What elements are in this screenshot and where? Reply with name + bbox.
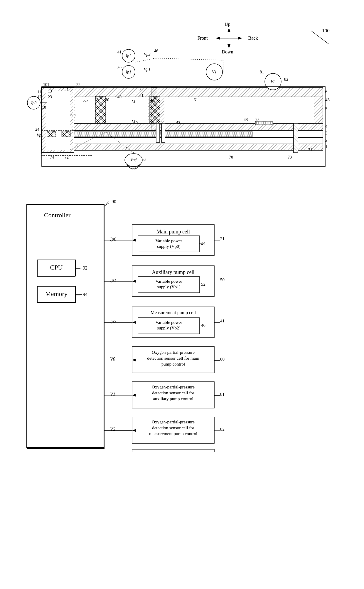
svg-text:21: 21 [65, 87, 69, 92]
svg-text:Oxygen-partial-pressure: Oxygen-partial-pressure [152, 420, 195, 424]
svg-text:43: 43 [325, 97, 330, 102]
svg-rect-37 [45, 91, 70, 150]
svg-text:V1: V1 [110, 392, 115, 397]
svg-rect-100 [47, 131, 56, 137]
svg-rect-19 [41, 137, 323, 144]
svg-line-187 [104, 203, 109, 206]
svg-text:81: 81 [220, 392, 225, 397]
svg-text:1: 1 [325, 144, 328, 149]
svg-text:22b: 22b [70, 112, 76, 117]
svg-text:Variable power: Variable power [155, 320, 182, 325]
svg-text:Vp0: Vp0 [37, 133, 43, 137]
svg-text:101: 101 [43, 83, 49, 87]
svg-rect-18 [41, 144, 323, 150]
svg-text:Memory: Memory [45, 290, 68, 297]
svg-text:4: 4 [325, 124, 328, 129]
svg-text:Vref: Vref [131, 157, 137, 162]
svg-text:Measurement pump cell: Measurement pump cell [151, 310, 196, 315]
svg-text:80: 80 [220, 357, 225, 361]
svg-text:Oxygen-partial-pressure: Oxygen-partial-pressure [152, 350, 195, 355]
svg-text:Controller: Controller [44, 211, 71, 219]
svg-text:52: 52 [139, 87, 144, 92]
svg-text:92: 92 [83, 265, 87, 270]
svg-text:51b: 51b [132, 120, 138, 124]
svg-text:40: 40 [117, 95, 122, 99]
svg-rect-170 [132, 449, 214, 452]
svg-text:74: 74 [50, 155, 54, 159]
svg-text:46: 46 [201, 323, 206, 328]
svg-text:Ip0: Ip0 [31, 101, 37, 105]
svg-rect-22 [41, 123, 323, 131]
svg-text:5: 5 [325, 106, 328, 111]
svg-text:83: 83 [142, 157, 146, 162]
svg-text:Variable power: Variable power [155, 279, 182, 284]
svg-text:measurement pump control: measurement pump control [149, 431, 197, 436]
svg-text:Down: Down [222, 49, 233, 54]
svg-text:Back: Back [248, 36, 258, 41]
svg-rect-176 [27, 205, 104, 448]
svg-text:50: 50 [220, 277, 225, 282]
svg-rect-26 [164, 97, 314, 123]
svg-text:22: 22 [76, 83, 80, 87]
svg-text:94: 94 [83, 292, 87, 297]
svg-text:51a: 51a [139, 93, 146, 98]
svg-text:Ip0: Ip0 [110, 237, 116, 242]
svg-text:Auxiliary pump cell: Auxiliary pump cell [152, 269, 195, 275]
svg-text:detection sensor cell for: detection sensor cell for [152, 425, 194, 430]
svg-text:41: 41 [117, 50, 122, 54]
svg-text:Up: Up [225, 22, 230, 27]
svg-rect-97 [255, 121, 273, 125]
svg-text:71: 71 [308, 148, 312, 152]
svg-text:supply (Vp1): supply (Vp1) [157, 285, 181, 290]
svg-text:11: 11 [37, 90, 41, 94]
svg-text:82: 82 [284, 77, 288, 82]
svg-text:supply (Vp2): supply (Vp2) [157, 326, 181, 331]
svg-text:2: 2 [325, 138, 328, 143]
svg-text:Main pump cell: Main pump cell [156, 229, 190, 235]
svg-rect-21 [47, 132, 252, 137]
svg-text:24: 24 [35, 127, 39, 132]
svg-text:CPU: CPU [50, 264, 63, 271]
svg-text:Vp2: Vp2 [144, 52, 151, 57]
svg-text:46: 46 [154, 49, 158, 53]
svg-line-103 [135, 58, 156, 62]
svg-text:22a: 22a [83, 99, 88, 103]
svg-text:72: 72 [65, 155, 69, 159]
svg-text:41: 41 [220, 319, 225, 323]
svg-rect-96 [161, 123, 165, 142]
svg-text:100: 100 [322, 28, 330, 33]
svg-text:Variable power: Variable power [155, 238, 182, 243]
svg-text:50: 50 [117, 65, 122, 70]
svg-text:61: 61 [194, 98, 198, 102]
svg-text:Front: Front [198, 36, 208, 41]
svg-text:detection sensor cell for: detection sensor cell for [152, 391, 194, 395]
svg-text:Ip2: Ip2 [126, 54, 132, 58]
svg-rect-24 [41, 87, 323, 97]
svg-text:Ip1: Ip1 [110, 278, 116, 283]
svg-text:70: 70 [229, 155, 233, 159]
svg-text:detection sensor cell for main: detection sensor cell for main [147, 356, 199, 361]
svg-text:73: 73 [288, 155, 292, 159]
svg-text:6: 6 [325, 89, 328, 94]
svg-text:21: 21 [220, 236, 225, 241]
svg-text:82: 82 [220, 427, 225, 432]
svg-text:23: 23 [48, 95, 52, 99]
svg-text:3: 3 [325, 131, 328, 135]
svg-rect-92 [95, 96, 106, 123]
svg-rect-99 [294, 123, 298, 153]
svg-text:V2: V2 [110, 427, 115, 432]
svg-text:51: 51 [132, 100, 136, 104]
svg-text:24: 24 [201, 241, 206, 245]
svg-rect-95 [156, 123, 160, 142]
svg-text:pump control: pump control [161, 362, 185, 366]
svg-text:supply (Vp0): supply (Vp0) [157, 244, 181, 249]
svg-text:81: 81 [260, 70, 264, 74]
svg-text:auxiliary pump control: auxiliary pump control [153, 396, 193, 401]
svg-text:52: 52 [201, 282, 205, 287]
svg-text:V2: V2 [271, 79, 276, 84]
svg-text:90: 90 [112, 199, 116, 204]
fig1-diagram: Up Down Front Back 100 [18, 15, 341, 179]
svg-text:Ip2: Ip2 [110, 319, 116, 324]
svg-text:Oxygen-partial-pressure: Oxygen-partial-pressure [152, 385, 195, 389]
svg-text:13: 13 [48, 89, 52, 93]
